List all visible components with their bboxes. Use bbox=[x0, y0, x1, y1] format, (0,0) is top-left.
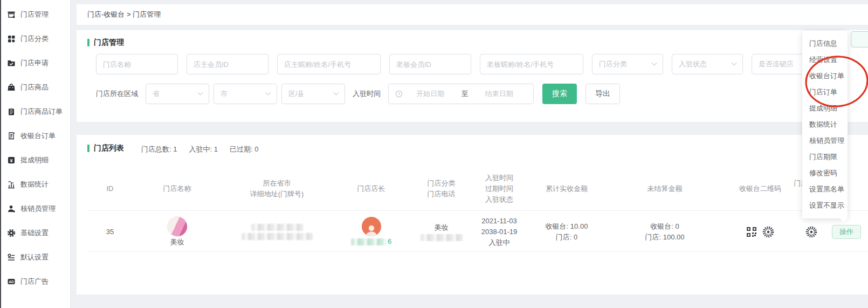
chevron-down-icon bbox=[334, 90, 339, 95]
sidebar-item-commission-details[interactable]: ¥ 提成明细 bbox=[1, 148, 70, 172]
breadcrumb-text: 门店-收银台 > 门店管理 bbox=[87, 10, 161, 19]
sidebar-item-label: 门店商品 bbox=[20, 83, 49, 92]
search-panel: 门店管理 门店分类 入驻状态 是否连锁店 门店所在区域 省 市 bbox=[77, 30, 868, 122]
storefront-icon bbox=[7, 10, 16, 19]
date-end-placeholder: 结束日期 bbox=[472, 89, 527, 99]
col-address: 所在省市详细地址(门牌号) bbox=[227, 178, 327, 200]
sidebar-item-default-settings[interactable]: 默认设置 bbox=[1, 245, 70, 269]
boss-nickname-input[interactable] bbox=[480, 54, 583, 74]
sidebar-item-cashier-orders[interactable]: 收银台订单 bbox=[1, 124, 70, 148]
chart-icon bbox=[7, 180, 16, 189]
clock-icon bbox=[395, 90, 403, 98]
expire-date: 2038-01-19 bbox=[481, 227, 518, 237]
district-select[interactable]: 区/县 bbox=[281, 84, 345, 104]
row-action-button[interactable]: 操作 bbox=[832, 225, 861, 239]
date-range-picker[interactable]: 开始日期 至 结束日期 bbox=[388, 84, 534, 104]
menu-item-store-period[interactable]: 门店期限 bbox=[802, 149, 848, 165]
menu-item-change-password[interactable]: 修改密码 bbox=[802, 165, 848, 181]
row-id: 35 bbox=[106, 227, 114, 237]
person-icon bbox=[364, 223, 378, 236]
store-address-redacted bbox=[227, 223, 327, 241]
menu-item-commission-details[interactable]: 提成明细 bbox=[802, 100, 848, 117]
date-start-placeholder: 开始日期 bbox=[403, 89, 458, 99]
region-label: 门店所在区域 bbox=[96, 89, 138, 99]
svg-text:¥: ¥ bbox=[10, 158, 12, 163]
col-manager: 门店店长 bbox=[327, 183, 416, 194]
col-cashier-qrcode: 收银台二维码 bbox=[728, 183, 793, 194]
col-store-name: 门店名称 bbox=[127, 183, 227, 194]
stat-expired: 已过期: 0 bbox=[230, 145, 258, 154]
store-name-input[interactable] bbox=[96, 54, 178, 74]
store-admin-screen: 门店管理 门店分类 门店申请 门店商品 门店商品订单 收银台订单 ¥ 提成明细 bbox=[0, 0, 868, 308]
table-header-row: ID 门店名称 所在省市详细地址(门牌号) 门店店长 门店分类门店电话 入驻时间… bbox=[93, 169, 868, 208]
add-store-button[interactable] bbox=[851, 31, 868, 47]
entry-status: 入驻中 bbox=[489, 237, 510, 248]
store-avatar bbox=[167, 216, 188, 237]
owner-nickname-input[interactable] bbox=[277, 54, 381, 74]
folder-check-icon bbox=[7, 59, 16, 67]
sidebar-item-store-application[interactable]: 门店申请 bbox=[1, 51, 70, 75]
menu-item-business-settings[interactable]: 经营设置 bbox=[802, 52, 848, 68]
sidebar-item-verifier-management[interactable]: 核销员管理 bbox=[1, 196, 70, 221]
section-accent-bar bbox=[87, 145, 89, 152]
store-category: 美妆 bbox=[435, 222, 449, 233]
table-row: 35 美妆 6 美妆 bbox=[93, 214, 868, 250]
stat-total: 门店总数: 1 bbox=[141, 145, 177, 154]
store-list-panel: 门店列表 门店总数: 1 入驻中: 1 已过期: 0 ID 门店名称 所在省市详… bbox=[77, 135, 868, 295]
bag-icon bbox=[7, 83, 16, 92]
sidebar-item-label: 核销员管理 bbox=[20, 204, 56, 214]
chevron-down-icon bbox=[652, 60, 657, 65]
receipt-icon bbox=[7, 132, 16, 140]
menu-item-data-statistics[interactable]: 数据统计 bbox=[802, 117, 848, 133]
miniprogram-code-icon[interactable] bbox=[762, 226, 774, 238]
sidebar-item-store-product-orders[interactable]: 门店商品订单 bbox=[1, 99, 70, 124]
export-button[interactable]: 导出 bbox=[585, 84, 620, 104]
menu-item-store-orders[interactable]: 门店订单 bbox=[802, 84, 848, 100]
unsettled-cashier: 收银台: 0 bbox=[650, 221, 679, 232]
store-category-select[interactable]: 门店分类 bbox=[592, 54, 663, 74]
menu-item-cashier-orders[interactable]: 收银台订单 bbox=[802, 68, 848, 84]
sidebar-item-label: 提成明细 bbox=[20, 155, 49, 165]
sidebar-item-label: 数据统计 bbox=[20, 180, 49, 189]
sidebar-item-label: 门店商品订单 bbox=[20, 107, 63, 117]
col-id: ID bbox=[93, 183, 127, 194]
city-select[interactable]: 市 bbox=[213, 84, 277, 104]
gear-icon bbox=[7, 229, 16, 237]
sidebar-item-store-management[interactable]: 门店管理 bbox=[1, 2, 70, 26]
menu-item-verifier-management[interactable]: 核销员管理 bbox=[802, 133, 848, 149]
entry-time-label: 入驻时间 bbox=[353, 89, 381, 99]
qr-code-icon[interactable] bbox=[746, 227, 757, 237]
phone-suffix: 6 bbox=[388, 236, 391, 247]
owner-member-id-input[interactable] bbox=[187, 54, 268, 74]
chevron-down-icon bbox=[266, 90, 271, 95]
manager-avatar bbox=[362, 217, 381, 236]
store-phone-redacted bbox=[421, 234, 463, 241]
search-button[interactable]: 搜索 bbox=[542, 84, 577, 104]
clipboard-icon bbox=[7, 107, 16, 116]
manager-phone-redacted[interactable]: 6 bbox=[351, 236, 391, 247]
menu-item-set-hidden[interactable]: 设置不显示 bbox=[802, 197, 848, 214]
store-stats: 门店总数: 1 入驻中: 1 已过期: 0 bbox=[141, 145, 258, 154]
sidebar-item-store-category[interactable]: 门店分类 bbox=[1, 26, 70, 51]
sidebar-item-store-ads[interactable]: AD 门店广告 bbox=[1, 269, 70, 293]
yen-icon: ¥ bbox=[7, 156, 16, 165]
province-select[interactable]: 省 bbox=[146, 84, 209, 104]
boss-member-id-input[interactable] bbox=[389, 54, 471, 74]
sidebar-item-data-statistics[interactable]: 数据统计 bbox=[1, 172, 70, 196]
received-cashier: 收银台: 10.00 bbox=[546, 221, 588, 232]
section-title: 门店管理 bbox=[94, 38, 124, 47]
sidebar-item-label: 门店广告 bbox=[20, 277, 49, 286]
list-section-title: 门店列表 bbox=[94, 143, 124, 153]
ad-icon: AD bbox=[7, 277, 16, 286]
sidebar-item-basic-settings[interactable]: 基础设置 bbox=[1, 221, 70, 245]
entry-status-select[interactable]: 入驻状态 bbox=[672, 54, 743, 74]
menu-item-set-blacklist[interactable]: 设置黑名单 bbox=[802, 181, 848, 197]
menu-item-store-info[interactable]: 门店信息 bbox=[802, 36, 848, 52]
sidebar-item-store-products[interactable]: 门店商品 bbox=[1, 75, 70, 99]
section-accent-bar bbox=[87, 39, 89, 46]
col-entry-status: 入驻时间过期时间入驻状态 bbox=[467, 173, 532, 205]
sidebar-item-label: 门店管理 bbox=[20, 10, 49, 19]
miniprogram-code-icon[interactable] bbox=[805, 226, 817, 238]
date-separator: 至 bbox=[458, 89, 472, 99]
unsettled-store: 门店: 100.00 bbox=[645, 232, 685, 243]
